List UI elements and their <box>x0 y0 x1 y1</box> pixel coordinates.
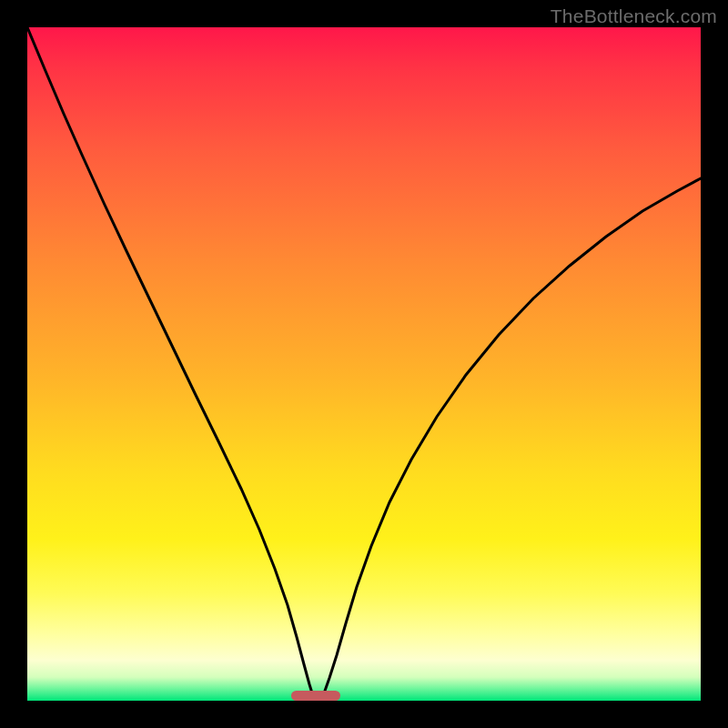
plot-area <box>27 27 701 701</box>
chart-frame: TheBottleneck.com <box>0 0 728 728</box>
bottleneck-curve <box>27 27 701 701</box>
watermark-text: TheBottleneck.com <box>551 5 717 27</box>
optimal-range-marker <box>291 691 340 701</box>
